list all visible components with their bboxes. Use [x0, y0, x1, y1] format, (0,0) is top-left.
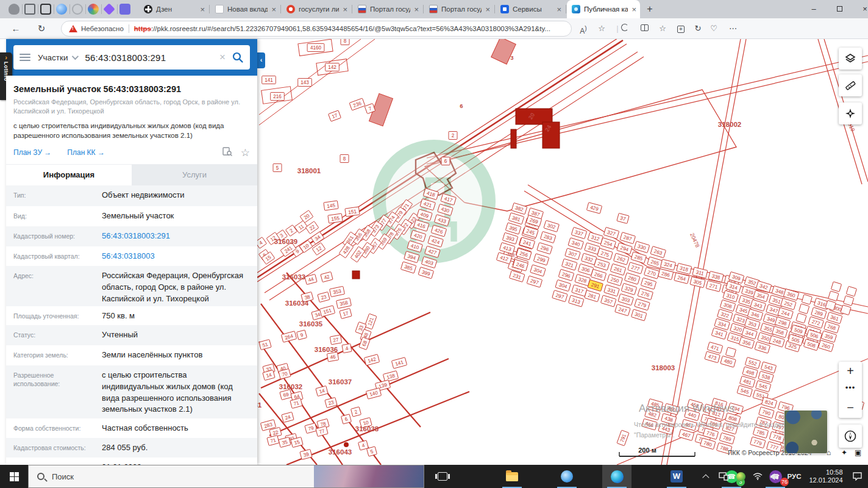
parcel-label[interactable]: 299 — [533, 254, 549, 265]
info-value-link[interactable]: 56:43:0318003:291 — [102, 226, 250, 242]
parcel-label[interactable]: 498 — [742, 367, 758, 378]
parcel-label[interactable]: 17 — [340, 308, 352, 318]
parcel-label[interactable]: 143 — [298, 79, 312, 87]
parcel-label[interactable]: 313 — [568, 295, 583, 307]
parcel-label[interactable]: 24 — [282, 412, 294, 422]
taskbar-app-edge[interactable] — [602, 465, 631, 488]
parcel-label[interactable]: 279 — [635, 299, 650, 310]
parcel-label[interactable]: 287 — [620, 232, 635, 244]
parcel-label[interactable]: 307 — [565, 248, 580, 260]
tray-chevron-up-icon[interactable] — [700, 465, 714, 488]
parcel-label[interactable]: 342 — [756, 281, 771, 292]
parcel-label[interactable]: 358 — [772, 326, 788, 338]
parcel-label[interactable]: 413 — [499, 243, 514, 254]
parcel-label[interactable]: 361 — [827, 312, 842, 324]
browser-tab-портал-госуда[interactable]: Портал госуда× — [353, 0, 422, 18]
clear-search-icon[interactable]: × — [219, 51, 226, 63]
taskbar-app-photos[interactable] — [552, 465, 582, 488]
tab-information[interactable]: Информация — [6, 165, 132, 185]
parcel-label[interactable]: 295 — [641, 278, 656, 289]
panel-collapse-button[interactable]: ‹ — [257, 52, 265, 68]
parcel-label[interactable] — [844, 296, 854, 306]
search-highlight-image[interactable] — [314, 465, 424, 488]
volume-icon[interactable] — [767, 465, 783, 488]
parcel-label[interactable]: 346 — [747, 309, 763, 320]
parcel-label[interactable]: 353 — [745, 318, 760, 330]
stack-icon[interactable] — [24, 4, 35, 15]
parcel-label[interactable]: 381 — [508, 213, 524, 224]
parcel-label[interactable]: 306 — [578, 264, 593, 275]
parcel-label[interactable]: 4 — [342, 343, 352, 353]
tab-services[interactable]: Услуги — [132, 165, 257, 185]
connected-devices-icon[interactable] — [716, 465, 731, 488]
parcel-label[interactable]: 328 — [575, 274, 590, 286]
measure-button[interactable] — [839, 74, 862, 96]
parcel-label[interactable]: 241 — [519, 237, 535, 249]
parcel-label[interactable]: 8 — [341, 39, 349, 45]
language-indicator[interactable]: РУС — [784, 465, 805, 488]
settings-menu-icon[interactable]: ⋯ — [727, 23, 740, 35]
parcel-label[interactable]: 231 — [510, 270, 525, 282]
selected-parcel-291[interactable]: 291 — [588, 280, 603, 292]
maximize-button[interactable] — [829, 0, 850, 18]
parcel-label[interactable]: 296 — [558, 269, 574, 281]
parcel-label[interactable]: 321 — [562, 259, 577, 270]
plan-zu-link[interactable]: План ЗУ → — [13, 148, 51, 157]
parcel-label[interactable]: 46 — [327, 352, 338, 362]
parcel-label[interactable]: 4160 — [307, 44, 324, 52]
parcel-label[interactable]: 79 — [305, 423, 317, 433]
parcel-label[interactable]: 789 — [719, 432, 735, 444]
browser-tab-сервисы[interactable]: Сервисы× — [496, 0, 565, 18]
parcel-label[interactable]: 71 — [267, 435, 279, 445]
browser-tab-дзен[interactable]: Дзен× — [139, 0, 208, 18]
parcel-label[interactable]: 8 — [340, 155, 349, 163]
gray-ring-icon[interactable] — [72, 4, 83, 15]
parcel-label[interactable]: 283 — [540, 231, 555, 243]
parcel-label[interactable]: 790 — [759, 407, 774, 418]
profile-icon[interactable] — [9, 4, 20, 15]
layers-button[interactable] — [839, 48, 862, 70]
parcel-label[interactable]: 138 — [383, 371, 398, 382]
minimize-button[interactable]: – — [803, 0, 824, 18]
parcel-label[interactable]: 552 — [745, 357, 760, 369]
parcel-label[interactable]: 216 — [271, 93, 285, 101]
parcel-label[interactable]: 301 — [631, 309, 646, 321]
parcel-label[interactable]: 545 — [755, 381, 770, 392]
parcel-label[interactable]: 337 — [571, 227, 586, 239]
parcel-label[interactable]: 333 — [585, 243, 600, 254]
collections-icon[interactable]: + — [674, 23, 688, 35]
parcel-label[interactable]: 543 — [761, 362, 776, 373]
minimap-satellite[interactable] — [784, 411, 827, 453]
parcel-label[interactable]: 473 — [705, 351, 720, 363]
search-category-select[interactable]: Участки — [38, 53, 68, 62]
browser-tab-госуслуги-лич[interactable]: госуслуги лич× — [282, 0, 351, 18]
parcel-label[interactable]: 35 — [279, 437, 291, 447]
parcel-label[interactable]: 14 — [316, 386, 328, 396]
antivirus-icon[interactable] — [733, 465, 749, 488]
start-button[interactable] — [0, 465, 28, 488]
browser-tab-публичная-ка[interactable]: Публичная ка× — [567, 0, 640, 18]
parcel-label[interactable]: 824 — [761, 397, 777, 409]
parcel-label[interactable]: 248 — [769, 336, 784, 347]
parcel-label[interactable]: 327 — [603, 227, 619, 239]
parcel-label[interactable]: 286 — [658, 268, 674, 279]
tab-close-icon[interactable]: × — [343, 5, 347, 13]
parcel-label[interactable]: 276 — [638, 289, 653, 300]
parcel-label[interactable]: 247 — [615, 304, 630, 316]
parcel-label[interactable]: 285 — [631, 252, 646, 264]
parcel-label[interactable]: 360 — [783, 289, 799, 300]
parcel-label[interactable]: 312 — [588, 232, 603, 244]
parcel-label[interactable]: 2 — [449, 132, 457, 140]
parcel-label[interactable]: 145 — [324, 201, 338, 210]
search-box[interactable]: Участки 56:43:0318003:291 × — [13, 45, 250, 70]
zoom-in-button[interactable]: + — [839, 362, 862, 380]
parcel-label[interactable]: 330 — [634, 241, 649, 253]
parcel-label[interactable]: 263 — [650, 246, 666, 258]
parcel-label[interactable]: 277 — [628, 262, 643, 274]
parcel-label[interactable]: 343 — [750, 300, 766, 311]
browser-tab-новая-вкладк[interactable]: Новая вкладк× — [210, 0, 280, 18]
parcel-label[interactable]: 272 — [808, 317, 824, 328]
url-field[interactable]: Небезопасно https ://pkk.rosreestr.ru/#/… — [61, 21, 572, 37]
task-view-button[interactable] — [430, 465, 455, 488]
tab-close-icon[interactable]: × — [485, 5, 490, 13]
